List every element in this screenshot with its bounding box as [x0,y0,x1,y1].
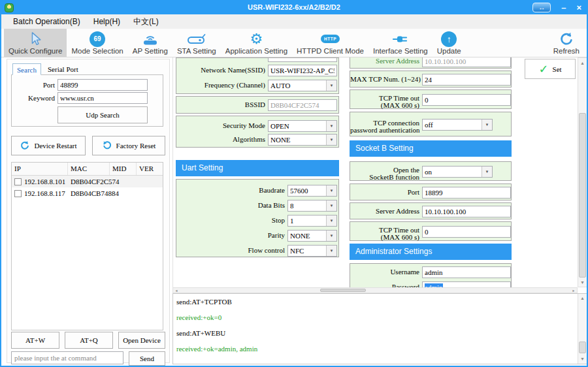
resize-icon[interactable]: ↔ [532,3,551,12]
chevron-down-icon[interactable]: ▼ [326,200,336,211]
chevron-down-icon[interactable]: ▼ [326,80,336,91]
toolbar-ap-setting[interactable]: AP Setting [128,29,172,57]
toolbar-refresh[interactable]: Refresh [549,29,584,57]
tcp-timeout-input[interactable] [422,94,511,106]
close-icon[interactable]: × [576,3,581,12]
toolbar-mode-selection[interactable]: 69 Mode Selection [67,29,127,57]
socket-b-header: Socket B Setting [350,140,512,157]
socketb-port-input[interactable] [422,187,511,199]
scrollbar-thumb[interactable] [320,289,366,292]
column-header-mid[interactable]: MID [110,163,137,175]
router-icon [141,31,159,47]
toolbar-item-label: Application Setting [225,47,287,55]
frequency-select[interactable]: AUTO ▼ [268,80,337,91]
row-checkbox[interactable] [14,190,22,197]
security-mode-select[interactable]: OPEN ▼ [268,120,337,132]
chevron-down-icon[interactable]: ▼ [482,120,492,130]
server-address-top-input[interactable] [422,57,511,67]
cell-ip: 192.168.8.117 [24,189,68,197]
password-input[interactable]: admin [422,281,511,287]
toolbar-application-setting[interactable]: ⚙ Application Setting [221,29,292,57]
open-socketb-select[interactable]: on ▼ [422,166,493,178]
toolbar-httpd-client-mode[interactable]: HTTP HTTPD Client Mode [292,29,368,57]
menu-help[interactable]: Help(H) [87,17,127,26]
toolbar-item-label: Mode Selection [71,47,123,55]
port-label: Port [14,81,55,89]
settings-scrollbar-vertical[interactable]: ▲ ▼ [578,57,587,287]
factory-reset-button[interactable]: Factory Reset [92,136,165,155]
menu-batch-operation[interactable]: Batch Operation(B) [7,17,87,26]
tcp-connection-auth-select[interactable]: off ▼ [422,119,493,131]
chevron-down-icon[interactable]: ▼ [326,135,336,145]
scroll-right-icon[interactable]: ► [570,288,577,293]
table-row[interactable]: 192.168.8.101 D8B04CF2C574 [12,176,163,187]
toolbar-interface-setting[interactable]: Interface Setting [368,29,433,57]
log-panel: send:AT+TCPTOB received:+ok=0 send:AT+WE… [172,293,588,364]
chevron-down-icon[interactable]: ▼ [326,215,336,226]
send-button[interactable]: Send [129,351,165,366]
flow-control-label: Flow control [176,246,285,254]
port-input[interactable] [57,79,148,91]
scroll-down-icon[interactable]: ▼ [578,355,587,364]
udp-search-button[interactable]: Udp Search [57,106,148,123]
device-table-header: IP MAC MID VER [12,163,163,176]
settings-scrollbar-horizontal[interactable]: ◄ ► [172,287,578,293]
toolbar-sta-setting[interactable]: STA Setting [172,29,221,57]
flow-control-select[interactable]: NFC ▼ [287,245,337,257]
username-input[interactable] [422,266,511,278]
open-device-button[interactable]: Open Device [118,332,165,349]
chevron-down-icon[interactable]: ▼ [482,167,492,177]
menu-language[interactable]: 中文(L) [127,16,165,27]
log-scrollbar-vertical[interactable]: ▲ ▼ [578,294,587,364]
server-address-top-group: Server Address [350,57,512,69]
bssid-group: BSSID [176,96,339,114]
toolbar-quick-configure[interactable]: Quick Configure [4,29,67,57]
scrollbar-thumb[interactable] [579,113,586,278]
tab-search[interactable]: Search [12,63,41,75]
column-header-ver[interactable]: VER [137,163,163,175]
table-row[interactable]: 192.168.8.117 D8B04CB74884 [12,187,163,199]
scroll-up-icon[interactable]: ▲ [578,294,587,303]
at-q-button[interactable]: AT+Q [65,332,113,349]
set-button[interactable]: ✓ Set [525,59,576,79]
chevron-down-icon[interactable]: ▼ [326,246,336,256]
chevron-down-icon[interactable]: ▼ [326,121,336,131]
keyword-input[interactable] [57,92,148,104]
device-restart-button[interactable]: Device Restart [11,136,86,155]
search-tab-panel: Port Keyword Udp Search [11,74,163,127]
baudrate-select[interactable]: 57600 ▼ [287,185,337,197]
chevron-down-icon[interactable]: ▼ [326,185,336,196]
minimize-icon[interactable]: – [561,3,566,12]
at-command-input[interactable] [11,351,123,364]
ssid-input[interactable] [268,65,337,76]
mode-selection-icon: 69 [90,31,105,47]
stop-select[interactable]: 1 ▼ [287,215,337,227]
chevron-down-icon[interactable]: ▼ [326,231,336,241]
scroll-left-icon[interactable]: ◄ [173,288,180,293]
toolbar-item-label: Refresh [553,47,580,55]
socketb-server-input[interactable] [422,206,511,217]
parity-select[interactable]: NONE ▼ [287,230,337,242]
algorithms-label: Algorithms [176,135,265,143]
bssid-input[interactable] [268,99,337,111]
max-tcp-group: MAX TCP Num. (1~24) [350,71,512,88]
app-window: USR-WIFI232-6xx/A2/B2/D2 ↔ – × Batch Ope… [0,0,588,367]
tab-serial-port[interactable]: Serial Port [44,63,82,75]
update-arrow-icon: ↑ [441,31,457,47]
scroll-down-icon[interactable]: ▼ [578,278,587,287]
data-bits-select[interactable]: 8 ▼ [287,200,337,212]
scroll-up-icon[interactable]: ▲ [578,58,587,67]
tcp-timeout-group: TCP Time out(MAX 600 s) [350,89,512,109]
socketb-server-group: Server Address [350,202,512,219]
ssid-group: Network Name(SSID) Frequency (Channel) A… [176,57,339,94]
device-table: IP MAC MID VER 192.168.8.101 D8B04CF2C57… [11,162,163,330]
algorithms-select[interactable]: NONE ▼ [268,134,337,146]
row-checkbox[interactable] [14,178,22,185]
column-header-mac[interactable]: MAC [68,163,110,175]
at-w-button[interactable]: AT+W [11,332,59,349]
toolbar-update[interactable]: ↑ Update [433,29,466,57]
scrollbar-thumb[interactable] [579,342,586,353]
column-header-ip[interactable]: IP [12,163,68,175]
max-tcp-input[interactable] [422,74,511,86]
socketb-timeout-input[interactable] [422,226,511,238]
